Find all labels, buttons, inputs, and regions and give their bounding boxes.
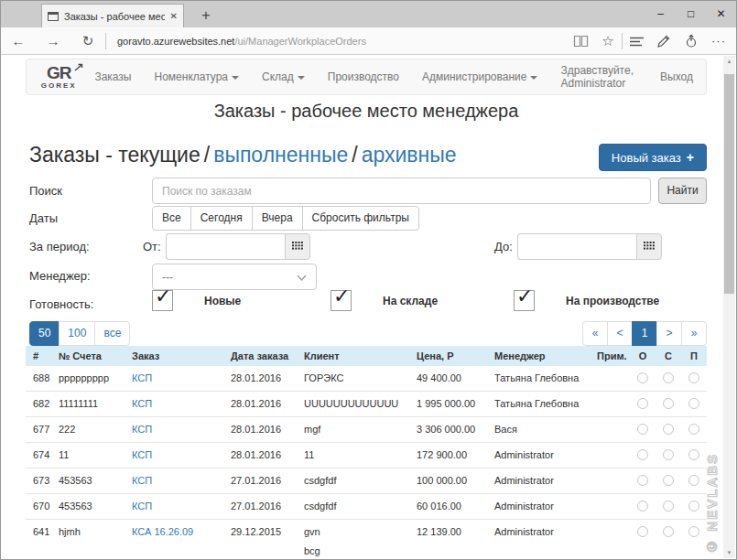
filter-reset-button[interactable]: Сбросить фильтры — [302, 206, 419, 231]
close-button[interactable]: ✕ — [706, 1, 736, 27]
checkbox-production[interactable]: ✓ — [514, 290, 535, 311]
page-viewport: GR GOREX Заказы Номенклатура Склад Произ… — [2, 56, 723, 558]
date-from-input[interactable] — [166, 233, 285, 260]
search-label: Поиск — [29, 184, 62, 198]
nav-item-nomenclature[interactable]: Номенклатура — [155, 70, 240, 83]
radio-o[interactable] — [637, 475, 648, 486]
url-path: /ui/ManagerWorkplaceOrders — [234, 36, 365, 47]
filter-yesterday-button[interactable]: Вчера — [252, 206, 303, 231]
radio-s[interactable] — [663, 449, 674, 460]
minimize-button[interactable]: – — [645, 1, 676, 27]
nevlabs-watermark: © NEVLABS — [704, 453, 720, 555]
radio-s[interactable] — [663, 475, 674, 486]
checkbox-warehouse[interactable]: ✓ — [331, 290, 352, 311]
url-domain: goravto.azurewebsites.net — [117, 36, 234, 47]
heading-done-link[interactable]: выполненные — [213, 143, 348, 167]
page-favicon-icon — [48, 12, 59, 21]
radio-o[interactable] — [637, 449, 648, 460]
forward-icon[interactable]: → — [36, 33, 70, 48]
radio-s[interactable] — [663, 372, 674, 383]
radio-p[interactable] — [688, 398, 699, 409]
order-link[interactable]: КСП — [132, 398, 152, 409]
calendar-button[interactable] — [285, 233, 310, 260]
scroll-up-icon[interactable]: ▲ — [723, 56, 735, 67]
table-row: 674 11 КСП 28.01.2016 11 172 900.00 Admi… — [26, 443, 707, 468]
page-size-100[interactable]: 100 — [59, 321, 95, 346]
refresh-icon[interactable]: ↻ — [70, 33, 105, 49]
more-options-icon[interactable]: ··· — [705, 34, 732, 48]
checkbox-warehouse-label: На складе — [383, 295, 438, 307]
pager-prev[interactable]: < — [607, 321, 633, 346]
page-scrollbar[interactable]: ▲ ▼ — [723, 56, 735, 558]
page-size-50[interactable]: 50 — [29, 321, 60, 346]
pager-first[interactable]: « — [582, 321, 608, 346]
scroll-down-icon[interactable]: ▼ — [723, 547, 735, 558]
filter-today-button[interactable]: Сегодня — [190, 206, 253, 231]
pager-next[interactable]: > — [656, 321, 682, 346]
scrollbar-thumb[interactable] — [724, 74, 734, 294]
back-icon[interactable]: ← — [1, 33, 36, 48]
url-field[interactable]: goravto.azurewebsites.net/ui/ManagerWork… — [117, 36, 567, 47]
manager-select[interactable]: --- — [152, 264, 317, 290]
new-order-button[interactable]: Новый заказ+ — [599, 144, 707, 171]
radio-p[interactable] — [688, 449, 699, 460]
radio-s[interactable] — [663, 526, 674, 537]
pager-last[interactable]: » — [681, 321, 707, 346]
radio-o[interactable] — [637, 526, 648, 537]
logo-gr-text: GR — [39, 64, 78, 81]
heading-current: Заказы - текущие — [29, 143, 201, 167]
radio-p[interactable] — [688, 526, 699, 537]
heading-archive-link[interactable]: архивные — [362, 143, 457, 167]
radio-p[interactable] — [688, 424, 699, 435]
table-header-row: # № Счета Заказ Дата заказа Клиент Цена,… — [26, 346, 707, 366]
date-to-input[interactable] — [517, 233, 636, 260]
radio-o[interactable] — [637, 398, 648, 409]
radio-s[interactable] — [663, 501, 674, 512]
check-icon: ✓ — [516, 285, 533, 308]
order-link[interactable]: КСП — [132, 449, 152, 460]
new-tab-button[interactable]: + — [195, 5, 217, 27]
radio-p[interactable] — [688, 501, 699, 512]
nav-item-administration[interactable]: Администрирование — [422, 70, 537, 83]
table-row: 641 hjmh КСА 16.26.09 29.12.2015 gvnbcg … — [26, 520, 707, 559]
radio-s[interactable] — [663, 398, 674, 409]
manager-label: Менеджер: — [29, 269, 91, 283]
note-cell — [590, 443, 630, 468]
orders-heading: Заказы - текущие/выполненные/архивные — [29, 143, 457, 167]
nav-item-orders[interactable]: Заказы — [94, 70, 131, 83]
find-button[interactable]: Найти — [658, 178, 707, 204]
maximize-button[interactable]: □ — [676, 1, 706, 27]
web-note-pen-icon[interactable] — [650, 33, 677, 49]
tab-close-icon[interactable]: ✕ — [170, 11, 178, 21]
table-row: 682 11111111 КСП 28.01.2016 UUUUUUUUUUUU… — [26, 392, 707, 417]
order-link[interactable]: КСА 16.26.09 — [132, 526, 193, 537]
calendar-button[interactable] — [636, 233, 662, 260]
radio-p[interactable] — [688, 475, 699, 486]
page-size-all[interactable]: все — [94, 321, 130, 346]
hub-icon[interactable] — [623, 33, 650, 49]
radio-s[interactable] — [663, 424, 674, 435]
chevron-down-icon — [297, 271, 307, 284]
order-link[interactable]: КСП — [132, 501, 152, 512]
logout-link[interactable]: Выход — [660, 70, 693, 83]
order-link[interactable]: КСП — [132, 475, 152, 486]
radio-o[interactable] — [637, 501, 648, 512]
radio-o[interactable] — [637, 372, 648, 383]
filter-all-button[interactable]: Все — [152, 206, 191, 231]
nav-item-warehouse[interactable]: Склад — [262, 70, 305, 83]
reading-view-icon[interactable] — [567, 33, 594, 49]
radio-p[interactable] — [688, 372, 699, 383]
gorex-logo[interactable]: GR GOREX — [39, 64, 78, 90]
order-link[interactable]: КСП — [132, 424, 152, 435]
radio-o[interactable] — [637, 424, 648, 435]
share-icon[interactable] — [677, 33, 705, 49]
orders-table: # № Счета Заказ Дата заказа Клиент Цена,… — [26, 346, 707, 558]
browser-tab[interactable]: Заказы - рабочее мест ✕ — [41, 4, 184, 27]
favorites-star-icon[interactable]: ☆ — [594, 33, 622, 49]
pager-page-1[interactable]: 1 — [632, 321, 657, 346]
search-input[interactable] — [152, 178, 651, 204]
nav-item-production[interactable]: Производство — [328, 70, 399, 83]
checkbox-new[interactable]: ✓ — [152, 290, 173, 311]
note-cell — [590, 417, 630, 443]
order-link[interactable]: КСП — [132, 372, 152, 383]
